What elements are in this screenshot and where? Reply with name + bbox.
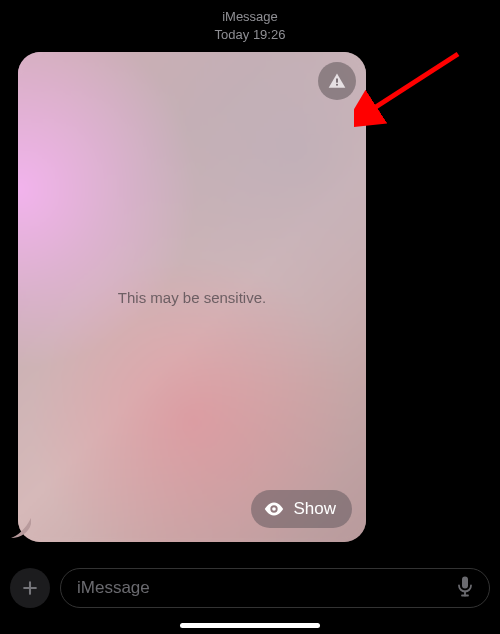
dictation-button[interactable]	[452, 572, 478, 605]
svg-point-2	[273, 507, 277, 511]
svg-rect-1	[336, 84, 338, 86]
warning-icon	[327, 71, 347, 91]
show-button[interactable]: Show	[251, 490, 352, 528]
incoming-message: This may be sensitive. Show	[18, 52, 366, 542]
home-indicator[interactable]	[180, 623, 320, 628]
blurred-image-bubble[interactable]: This may be sensitive. Show	[18, 52, 366, 542]
add-attachment-button[interactable]	[10, 568, 50, 608]
microphone-icon	[456, 576, 474, 598]
sensitive-warning-badge[interactable]	[318, 62, 356, 100]
plus-icon	[20, 578, 40, 598]
svg-line-3	[368, 54, 458, 112]
show-button-label: Show	[293, 499, 336, 519]
sensitive-content-label: This may be sensitive.	[118, 289, 266, 306]
message-composer	[10, 568, 490, 608]
service-label: iMessage	[0, 8, 500, 26]
svg-rect-0	[336, 79, 338, 83]
svg-rect-4	[462, 577, 468, 589]
annotation-arrow	[354, 48, 464, 128]
message-input[interactable]	[60, 568, 490, 608]
timestamp-label: Today 19:26	[0, 26, 500, 44]
conversation-header: iMessage Today 19:26	[0, 0, 500, 44]
bubble-tail	[11, 518, 31, 538]
eye-icon	[263, 498, 285, 520]
